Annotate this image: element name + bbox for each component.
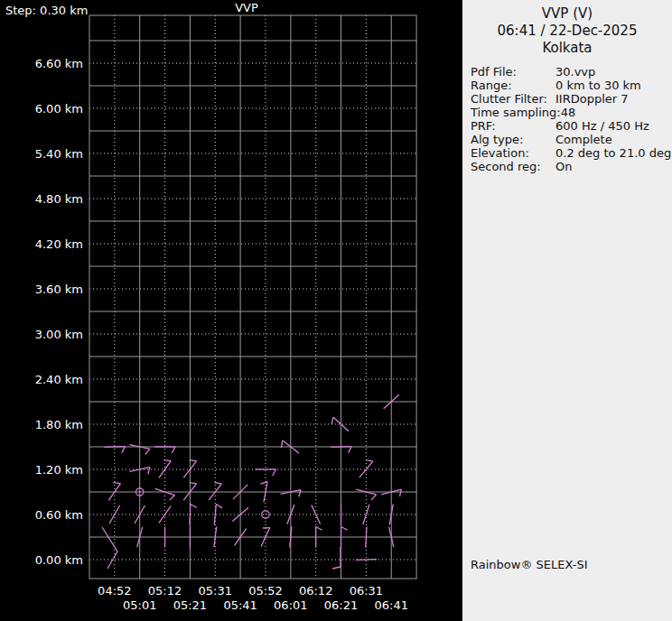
info-label: Range: — [471, 79, 555, 92]
brand-label: Rainbow® SELEX-SI — [471, 558, 588, 571]
product-datetime: 06:41 / 22-Dec-2025 — [462, 23, 672, 40]
info-value: On — [555, 160, 572, 173]
wind-barb-feather — [148, 468, 150, 475]
y-axis-label: 3.60 km — [35, 283, 83, 296]
y-axis-label: 2.40 km — [35, 373, 83, 386]
info-label: Alg type: — [471, 133, 555, 146]
wind-barb-shaft — [104, 447, 125, 448]
info-row: Second reg:On — [471, 160, 672, 173]
wind-barb-feather — [316, 527, 322, 531]
wind-barb-feather — [114, 483, 121, 484]
wind-barb-feather — [341, 527, 348, 531]
wind-barb-feather — [273, 469, 276, 476]
info-label: Elevation: — [471, 146, 555, 160]
wind-barb-shaft — [331, 447, 351, 448]
y-axis-label: 0.60 km — [35, 508, 83, 522]
wind-barb-shaft — [109, 505, 120, 524]
info-row: Time sampling:48 — [471, 106, 672, 119]
calm-wind-dot — [139, 491, 141, 493]
info-value: IIRDoppler 7 — [555, 92, 629, 106]
x-axis-label: 05:01 — [123, 598, 156, 612]
panel-header: VVP (V) 06:41 / 22-Dec-2025 Kolkata — [462, 0, 672, 57]
info-label: Second reg: — [471, 160, 555, 173]
x-axis-label: 06:41 — [375, 598, 408, 612]
info-label: Time sampling: — [471, 106, 561, 119]
wind-barb-shaft — [366, 527, 367, 548]
x-axis-label: 05:41 — [223, 598, 257, 612]
y-axis-label: 5.40 km — [35, 147, 83, 161]
y-axis-label: 6.00 km — [35, 102, 83, 116]
wind-barb-feather — [371, 495, 376, 500]
info-label: PRF: — [471, 119, 555, 133]
info-value: 48 — [561, 106, 576, 119]
info-row: Range:0 km to 30 km — [471, 79, 672, 92]
wind-barb-feather — [331, 417, 333, 424]
x-axis-label: 05:21 — [173, 598, 207, 612]
info-value: 0 km to 30 km — [555, 79, 641, 92]
x-axis-label: 06:01 — [274, 598, 307, 612]
x-axis-label: 05:52 — [248, 584, 282, 598]
wind-barb-shaft — [356, 560, 377, 561]
y-axis-label: 0.00 km — [35, 553, 83, 567]
info-panel: VVP (V) 06:41 / 22-Dec-2025 Kolkata Pdf … — [462, 0, 672, 621]
info-value: 30.vvp — [555, 65, 595, 79]
vvp-product-window: VVPStep: 0.30 km6.60 km6.00 km5.40 km4.8… — [0, 0, 672, 621]
x-axis-label: 05:12 — [148, 584, 182, 598]
wind-barb-feather — [145, 449, 150, 454]
wind-barb-feather — [260, 482, 267, 484]
x-axis-label: 06:31 — [350, 584, 383, 598]
y-axis-label: 3.00 km — [35, 328, 83, 341]
wind-barb-feather — [214, 483, 221, 484]
y-axis-label: 4.80 km — [35, 192, 83, 206]
info-value: Complete — [555, 133, 612, 146]
wind-barb-feather — [163, 460, 171, 461]
wind-barb-polyline — [332, 547, 341, 569]
info-row: Pdf File:30.vvp — [471, 65, 672, 79]
info-row: PRF:600 Hz / 450 Hz — [471, 119, 672, 133]
product-title: VVP (V) — [462, 5, 672, 23]
wind-barb-polyline — [102, 527, 117, 569]
wind-barb-feather — [172, 447, 175, 453]
info-value: 600 Hz / 450 Hz — [555, 119, 649, 133]
wind-profile-plot: VVPStep: 0.30 km6.60 km6.00 km5.40 km4.8… — [0, 0, 462, 621]
wind-barb-feather — [191, 505, 197, 508]
y-axis-label: 1.20 km — [35, 463, 83, 477]
wind-barb-feather — [122, 447, 126, 453]
info-row: Alg type:Complete — [471, 133, 672, 146]
wind-barb-feather — [366, 460, 373, 462]
plot-title: VVP — [235, 1, 258, 14]
x-axis-label: 05:31 — [199, 584, 232, 598]
wind-barb-feather — [299, 490, 301, 497]
plot-border — [89, 15, 416, 579]
info-label: Clutter Filter: — [471, 92, 555, 106]
step-label: Step: 0.30 km — [5, 4, 88, 17]
y-axis-label: 4.20 km — [35, 237, 83, 251]
x-axis-label: 06:12 — [299, 584, 332, 598]
site-name: Kolkata — [462, 40, 672, 57]
info-value: 0.2 deg to 21.0 deg — [555, 146, 671, 160]
product-info-list: Pdf File:30.vvpRange:0 km to 30 kmClutte… — [462, 65, 672, 173]
y-axis-label: 1.80 km — [35, 418, 83, 431]
wind-barb-shaft — [190, 505, 191, 525]
info-row: Elevation:0.2 deg to 21.0 deg — [471, 146, 672, 160]
x-axis-label: 06:21 — [324, 598, 358, 612]
wind-barb-feather — [170, 496, 175, 501]
x-axis-label: 04:52 — [98, 584, 131, 598]
info-label: Pdf File: — [471, 65, 555, 79]
y-axis-label: 6.60 km — [35, 57, 83, 70]
wind-barb-feather — [400, 489, 402, 496]
wind-barb-feather — [216, 505, 222, 508]
wind-barb-feather — [349, 447, 352, 453]
info-row: Clutter Filter:IIRDoppler 7 — [471, 92, 672, 106]
